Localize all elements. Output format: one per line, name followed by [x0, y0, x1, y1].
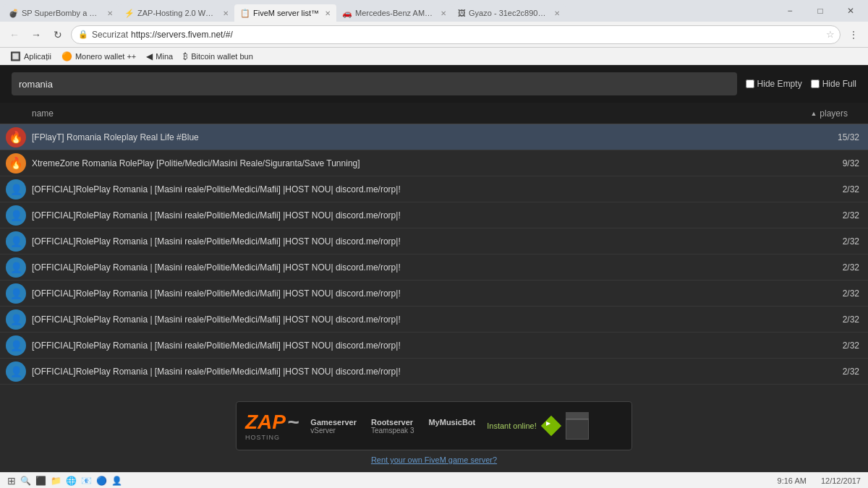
date-display: 12/12/2017	[821, 476, 861, 485]
lock-icon: 🔒	[78, 30, 88, 39]
server-players: 2/32	[804, 262, 862, 273]
bookmark-0[interactable]: 🔲Aplicații	[6, 49, 56, 64]
close-button[interactable]: ✕	[836, 0, 865, 22]
instant-text: Instant online!	[487, 421, 537, 430]
tab-close-3[interactable]: ✕	[441, 9, 446, 17]
server-name: [OFFICIAL]RolePlay Romania | [Masini rea…	[32, 341, 804, 351]
diamond-icon: ▶	[541, 416, 561, 436]
server-name: [OFFICIAL]RolePlay Romania | [Masini rea…	[32, 288, 804, 299]
avatar-icon[interactable]: 👤	[111, 476, 122, 486]
address-bar-row: ← → ↻ 🔒 Securizat https://servers.fivem.…	[0, 22, 868, 48]
zap-tilde: ~	[287, 411, 299, 434]
server-row[interactable]: 👤 [OFFICIAL]RolePlay Romania | [Masini r…	[0, 359, 868, 385]
minimize-button[interactable]: −	[775, 0, 804, 22]
server-row[interactable]: 🔥 XtremeZone Romania RolePlay [Politie/M…	[0, 150, 868, 176]
ad-services: GameservervServerRootserverTeamspeak 3My…	[310, 418, 475, 435]
chrome-window: 💣SP SuperBomby a exploato...✕⚡ZAP-Hostin…	[0, 0, 868, 488]
filter-section: Hide Empty Hide Full	[746, 79, 856, 89]
server-players: 2/32	[804, 367, 862, 377]
column-players: ▲ players	[804, 108, 862, 119]
status-left: ⊞ 🔍 ⬛ 📁 🌐 📧 🔵 👤	[7, 475, 122, 487]
forward-button[interactable]: →	[27, 26, 45, 43]
server-avatar: 🔥	[6, 127, 26, 147]
server-row[interactable]: 👤 [OFFICIAL]RolePlay Romania | [Masini r…	[0, 333, 868, 359]
server-row[interactable]: 👤 [OFFICIAL]RolePlay Romania | [Masini r…	[0, 307, 868, 333]
server-players: 9/32	[804, 158, 862, 168]
search-input[interactable]	[12, 72, 737, 95]
rent-link[interactable]: Rent your own FiveM game server?	[371, 455, 497, 464]
zap-logo-area: ZAP ~ HOSTING	[245, 411, 299, 441]
browser-tab-1[interactable]: ⚡ZAP-Hosting 2.0 Webint...✕	[119, 4, 234, 22]
maximize-button[interactable]: □	[806, 0, 835, 22]
windows-icon[interactable]: ⊞	[7, 475, 16, 487]
players-header: players	[820, 108, 848, 119]
page-content: Hide Empty Hide Full name ▲ players	[0, 65, 868, 472]
server-players: 2/32	[804, 210, 862, 221]
server-avatar: 👤	[6, 361, 26, 382]
chrome-icon[interactable]: 🔵	[96, 476, 107, 486]
bookmarks-bar: 🔲Aplicații🟠Monero wallet ++◀Mina₿Bitcoin…	[0, 48, 868, 65]
protocol-label: Securizat	[92, 30, 128, 40]
server-row[interactable]: 👤 [OFFICIAL]RolePlay Romania | [Masini r…	[0, 281, 868, 307]
server-players: 2/32	[804, 184, 862, 194]
server-table[interactable]: name ▲ players 🔥 [FPlayT] Romania Rolepl…	[0, 103, 868, 394]
server-avatar: 🔥	[6, 153, 26, 174]
ad-area: ZAP ~ HOSTING GameservervServerRootserve…	[0, 394, 868, 472]
server-avatar: 👤	[6, 309, 26, 330]
server-row[interactable]: 👤 [OFFICIAL]RolePlay Romania | [Masini r…	[0, 254, 868, 281]
server-row[interactable]: 👤 [OFFICIAL]RolePlay Romania | [Masini r…	[0, 202, 868, 228]
ie-icon[interactable]: 🌐	[66, 476, 77, 486]
server-players: 2/32	[804, 236, 862, 247]
bookmark-2[interactable]: ◀Mina	[142, 49, 177, 64]
browser-tab-3[interactable]: 🚗Mercedes-Benz AMG Vi...✕	[336, 4, 452, 22]
mail-icon[interactable]: 📧	[81, 476, 92, 486]
bookmark-3[interactable]: ₿Bitcoin wallet bun	[179, 49, 258, 64]
reload-button[interactable]: ↻	[49, 26, 67, 43]
ad-service-1: RootserverTeamspeak 3	[371, 418, 414, 435]
address-url: https://servers.fivem.net/#/	[131, 30, 233, 40]
hide-empty-label[interactable]: Hide Empty	[746, 79, 802, 89]
sort-arrow-icon: ▲	[810, 110, 817, 117]
title-bar: 💣SP SuperBomby a exploato...✕⚡ZAP-Hostin…	[0, 0, 868, 22]
search-icon[interactable]: 🔍	[20, 476, 31, 486]
column-name: name	[6, 108, 804, 119]
server-avatar: 👤	[6, 179, 26, 200]
ad-service-2: MyMusicBot	[428, 418, 475, 435]
server-row[interactable]: 👤 [OFFICIAL]RolePlay Romania | [Masini r…	[0, 176, 868, 202]
back-button[interactable]: ←	[6, 26, 23, 43]
zap-text: ZAP	[245, 411, 286, 434]
hide-full-label[interactable]: Hide Full	[811, 79, 856, 89]
address-wrapper: 🔒 Securizat https://servers.fivem.net/#/…	[71, 25, 841, 44]
tab-close-0[interactable]: ✕	[107, 9, 113, 17]
files-icon[interactable]: 📁	[51, 476, 61, 486]
extensions-button[interactable]: ⋮	[845, 26, 862, 43]
task-icon[interactable]: ⬛	[35, 476, 46, 486]
browser-tab-4[interactable]: 🖼Gyazo - 31ec2c890090c...✕	[452, 4, 566, 22]
bookmark-1[interactable]: 🟠Monero wallet ++	[57, 49, 140, 64]
status-bar: ⊞ 🔍 ⬛ 📁 🌐 📧 🔵 👤 9:16 AM 12/12/2017	[0, 472, 868, 488]
tab-close-4[interactable]: ✕	[554, 9, 560, 17]
server-players: 2/32	[804, 341, 862, 351]
tab-close-2[interactable]: ✕	[325, 9, 331, 17]
address-box[interactable]: Securizat https://servers.fivem.net/#/	[71, 25, 841, 44]
status-right: 9:16 AM 12/12/2017	[778, 476, 861, 485]
browser-tab-2[interactable]: 📋FiveM server list™✕	[234, 4, 336, 22]
server-row[interactable]: 👤 [OFFICIAL]RolePlay Romania | [Masini r…	[0, 228, 868, 254]
server-avatar: 👤	[6, 283, 26, 304]
hide-full-checkbox[interactable]	[811, 80, 820, 88]
tab-close-1[interactable]: ✕	[223, 9, 229, 17]
hide-empty-checkbox[interactable]	[746, 80, 754, 88]
server-name: [FPlayT] Romania Roleplay Real Life #Blu…	[32, 132, 804, 142]
table-header: name ▲ players	[0, 103, 868, 124]
server-players: 15/32	[804, 132, 862, 142]
server-name: [OFFICIAL]RolePlay Romania | [Masini rea…	[32, 314, 804, 325]
browser-tab-0[interactable]: 💣SP SuperBomby a exploato...✕	[3, 4, 119, 22]
server-row[interactable]: 🔥 [FPlayT] Romania Roleplay Real Life #B…	[0, 124, 868, 150]
zap-hosting-sub: HOSTING	[245, 434, 299, 441]
server-avatar: 👤	[6, 257, 26, 278]
server-name: XtremeZone Romania RolePlay [Politie/Med…	[32, 158, 804, 168]
star-icon[interactable]: ☆	[826, 29, 835, 40]
server-name: [OFFICIAL]RolePlay Romania | [Masini rea…	[32, 210, 804, 221]
server-name: [OFFICIAL]RolePlay Romania | [Masini rea…	[32, 367, 804, 377]
search-header: Hide Empty Hide Full	[0, 65, 868, 103]
